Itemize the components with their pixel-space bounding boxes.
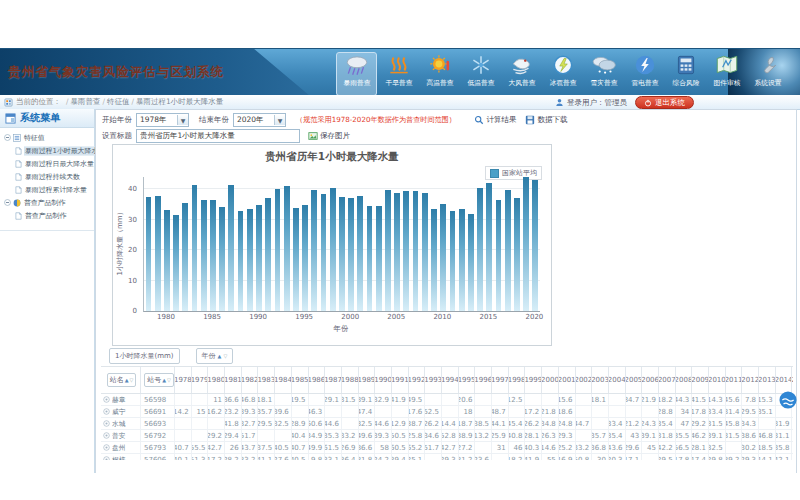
bar-2020[interactable] <box>532 180 538 311</box>
chevron-down-icon[interactable]: ▼ <box>274 115 285 125</box>
save-image-button[interactable]: 保存图片 <box>308 131 350 141</box>
tree-node-1[interactable]: 普查产品制作 <box>4 196 94 209</box>
sort-asc-icon[interactable]: ▲ <box>218 353 222 359</box>
sort-desc-icon[interactable]: ▽ <box>130 377 134 383</box>
station-row-icon[interactable] <box>103 408 110 415</box>
station-row-icon[interactable] <box>103 420 110 427</box>
bar-1985[interactable] <box>210 200 216 311</box>
bar-2011[interactable] <box>450 211 456 311</box>
bar-2002[interactable] <box>367 206 373 311</box>
bar-2003[interactable] <box>376 206 382 311</box>
tree-node-label: 普查产品制作 <box>23 198 66 207</box>
end-year-select[interactable]: 2020年 ▼ <box>233 113 286 127</box>
bar-1983[interactable] <box>192 185 198 311</box>
bar-2009[interactable] <box>431 209 437 311</box>
tree-item-0-0[interactable]: 暴雨过程1小时最大降水量 <box>4 144 94 157</box>
toolbar-item-map-review[interactable]: 图件审核 <box>707 52 746 95</box>
toolbar-item-low-temp[interactable]: 低温普查 <box>461 52 500 95</box>
bar-2015[interactable] <box>486 183 492 311</box>
calc-result-button[interactable]: 计算结果 <box>474 115 516 125</box>
toolbar-item-drought[interactable]: 干旱普查 <box>379 52 418 95</box>
breadcrumb-item-2[interactable]: 暴雨过程1小时最大降水量 <box>136 97 223 106</box>
bar-2018[interactable] <box>514 198 520 311</box>
tree-item-0-1[interactable]: 暴雨过程日最大降水量 <box>4 157 94 170</box>
station-row-icon[interactable] <box>103 444 110 451</box>
bar-1992[interactable] <box>275 189 281 311</box>
sort-asc-icon[interactable]: ▲ <box>125 377 129 383</box>
data-download-button[interactable]: 数据下载 <box>525 115 567 125</box>
bar-1990[interactable] <box>256 205 262 311</box>
station-cell[interactable]: 水城 <box>101 418 141 429</box>
station-row-icon[interactable] <box>103 456 110 460</box>
bar-1988[interactable] <box>238 211 244 311</box>
bar-2016[interactable] <box>496 200 502 311</box>
bar-1989[interactable] <box>247 209 253 311</box>
collapse-toggle-icon[interactable] <box>4 199 11 206</box>
tree-item-0-3[interactable]: 暴雨过程累计降水量 <box>4 183 94 196</box>
bar-1998[interactable] <box>330 188 336 311</box>
bar-2012[interactable] <box>459 209 465 311</box>
station-cell[interactable]: 威宁 <box>101 406 141 417</box>
bar-1999[interactable] <box>339 197 345 311</box>
bar-1997[interactable] <box>321 194 327 311</box>
sort-asc-icon[interactable]: ▲ <box>162 377 166 383</box>
bar-1994[interactable] <box>293 208 299 311</box>
toolbar-item-composite-risk[interactable]: 综合风险 <box>666 52 705 95</box>
breadcrumb-item-1[interactable]: 特征值 <box>107 97 130 106</box>
station-cell[interactable]: 盘州 <box>101 442 141 453</box>
bar-2008[interactable] <box>422 193 428 311</box>
toolbar-item-rainstorm[interactable]: 暴雨普查 <box>336 52 377 96</box>
bar-2007[interactable] <box>413 191 419 311</box>
bar-1981[interactable] <box>173 215 179 311</box>
toolbar-item-wind[interactable]: 大风普查 <box>502 52 541 95</box>
sort-desc-icon[interactable]: ▽ <box>223 353 227 359</box>
bar-1982[interactable] <box>182 203 188 311</box>
bar-2014[interactable] <box>477 188 483 311</box>
tree-node-0[interactable]: 特征值 <box>4 131 94 144</box>
logout-button[interactable]: 退出系统 <box>635 96 694 109</box>
sort-station-id[interactable]: 站号▲▽ <box>144 373 174 387</box>
bar-2010[interactable] <box>440 204 446 311</box>
bar-1984[interactable] <box>201 200 207 311</box>
bar-2019[interactable] <box>523 177 529 311</box>
station-cell[interactable]: 赫章 <box>101 394 141 405</box>
sort-station-name[interactable]: 站名▲▽ <box>107 373 137 387</box>
bar-1991[interactable] <box>265 198 271 311</box>
toolbar-item-high-temp[interactable]: 高温普查 <box>420 52 459 95</box>
chevron-down-icon[interactable]: ▼ <box>177 115 188 125</box>
bar-1995[interactable] <box>302 205 308 311</box>
bar-1993[interactable] <box>284 186 290 311</box>
bar-1987[interactable] <box>228 185 234 311</box>
station-row-icon[interactable] <box>103 432 110 439</box>
bar-2000[interactable] <box>348 198 354 311</box>
sort-desc-icon[interactable]: ▽ <box>167 377 171 383</box>
bar-2017[interactable] <box>505 190 511 312</box>
station-cell[interactable]: 桐梓 <box>101 454 141 460</box>
floating-widget-icon[interactable] <box>779 391 797 409</box>
bar-1986[interactable] <box>219 207 225 311</box>
collapse-toggle-icon[interactable] <box>4 134 11 141</box>
bar-2013[interactable] <box>468 214 474 311</box>
station-cell[interactable]: 普安 <box>101 430 141 441</box>
chart-title-input[interactable] <box>136 129 300 143</box>
toolbar-item-lightning[interactable]: 雷电普查 <box>625 52 664 95</box>
start-year-select[interactable]: 1978年 ▼ <box>136 113 189 127</box>
station-row-icon[interactable] <box>103 396 110 403</box>
year-sort-chip[interactable]: 年份 ▲ ▽ <box>196 348 234 364</box>
bar-1978[interactable] <box>146 197 152 311</box>
bar-2006[interactable] <box>403 191 409 311</box>
tree-item-0-2[interactable]: 暴雨过程持续天数 <box>4 170 94 183</box>
bar-2004[interactable] <box>385 190 391 312</box>
toolbar-item-settings[interactable]: 系统设置 <box>748 52 787 95</box>
bar-2005[interactable] <box>394 193 400 311</box>
toolbar-item-hail[interactable]: 冰雹普查 <box>543 52 582 95</box>
year-col-header: 1984 <box>275 367 292 393</box>
breadcrumb-item-0[interactable]: 暴雨普查 <box>71 97 101 106</box>
measure-chip[interactable]: 1小时降水量(mm) <box>109 348 180 364</box>
bar-1979[interactable] <box>155 196 161 311</box>
toolbar-item-snow[interactable]: 雪灾普查 <box>584 52 623 95</box>
tree-item-1-0[interactable]: 普查产品制作 <box>4 209 94 222</box>
bar-1980[interactable] <box>164 210 170 311</box>
bar-1996[interactable] <box>311 190 317 311</box>
bar-2001[interactable] <box>357 196 363 311</box>
